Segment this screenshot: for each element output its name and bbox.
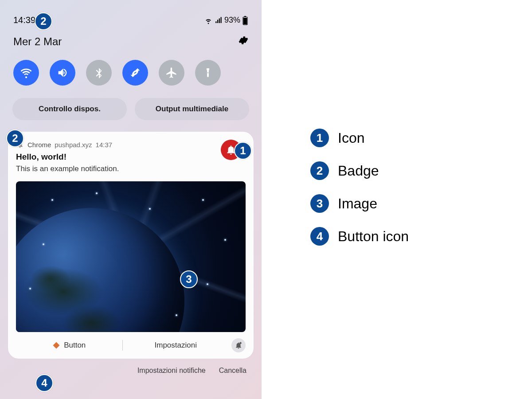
device-control-button[interactable]: Controllo dispos. [12,98,127,120]
rotate-toggle[interactable] [122,60,148,86]
legend-label: Button icon [338,228,409,245]
flashlight-toggle[interactable] [195,60,221,86]
notification-image [16,181,246,332]
diamond-icon [52,341,60,349]
svg-rect-2 [244,16,246,17]
legend-number: 1 [310,129,329,147]
bluetooth-toggle[interactable] [86,60,112,86]
legend-number: 3 [310,194,329,213]
notification-snooze-icon[interactable] [231,338,246,352]
legend-number: 4 [310,227,329,246]
legend-label: Badge [338,163,379,179]
battery-percent: 93% [224,16,240,25]
notification-action-label: Button [64,341,86,350]
notification-app: Chrome [27,141,51,149]
annotation-badge-2b: 2 [6,129,24,147]
notification-domain: pushpad.xyz [55,141,92,149]
wifi-toggle[interactable] [13,60,39,86]
status-time: 14:39 [13,15,35,25]
annotation-badge-4: 4 [35,374,53,392]
notification-title: Hello, world! [16,152,246,162]
airplane-toggle[interactable] [159,60,184,86]
media-output-button[interactable]: Output multimediale [135,98,249,120]
notification-card[interactable]: Chrome pushpad.xyz 14:37 Hello, world! T… [8,132,254,359]
signal-icon [215,16,223,24]
clear-notifications-link[interactable]: Cancella [219,367,246,375]
date-label: Mer 2 Mar [13,35,62,48]
legend-number: 2 [310,161,329,180]
legend: 1 Icon 2 Badge 3 Image 4 Button icon [262,0,532,399]
notification-settings-action[interactable]: Impostazioni [123,338,229,352]
legend-label: Icon [338,130,364,146]
notification-action-button[interactable]: Button [16,338,122,352]
annotation-badge-3: 3 [180,270,198,288]
notification-settings-link[interactable]: Impostazioni notifiche [137,367,206,375]
annotation-badge-1: 1 [234,142,252,160]
wifi-small-icon [204,16,213,25]
legend-label: Image [338,196,377,212]
notification-body: This is an example notification. [16,164,246,173]
battery-icon [242,16,248,25]
svg-point-3 [239,342,242,344]
svg-rect-1 [243,18,247,24]
quick-toggles [0,48,262,86]
settings-gear-icon[interactable] [238,35,248,48]
sound-toggle[interactable] [50,60,75,86]
notification-time: 14:37 [96,141,113,149]
annotation-badge-2a: 2 [35,12,52,30]
